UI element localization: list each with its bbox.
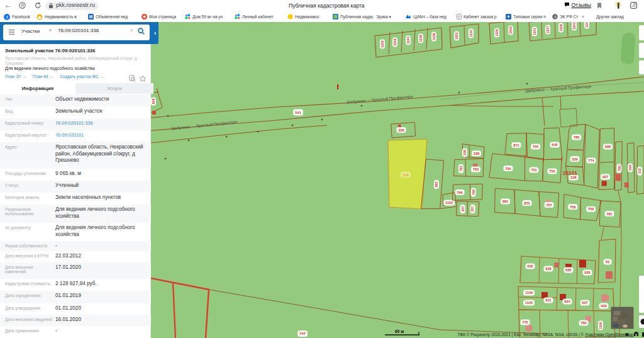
svg-text:1136: 1136 <box>432 33 436 40</box>
svg-text:357: 357 <box>470 206 474 212</box>
svg-text:1143: 1143 <box>572 22 576 29</box>
svg-text:1130: 1130 <box>469 30 473 37</box>
svg-text:Я: Я <box>21 3 24 8</box>
svg-text:763: 763 <box>473 167 479 171</box>
svg-text:1149: 1149 <box>393 38 397 45</box>
svg-text:1132: 1132 <box>445 201 453 205</box>
svg-text:338: 338 <box>474 152 480 155</box>
svg-text:1553: 1553 <box>509 26 513 34</box>
svg-text:624: 624 <box>564 300 570 303</box>
svg-text:747: 747 <box>299 332 306 335</box>
svg-text:758: 758 <box>570 205 576 209</box>
svg-text:Э: Э <box>554 15 557 19</box>
svg-text:1152: 1152 <box>455 32 458 39</box>
svg-text:116: 116 <box>402 172 409 177</box>
svg-text:780: 780 <box>618 166 621 171</box>
svg-text:357: 357 <box>461 206 465 212</box>
svg-text:628: 628 <box>545 267 552 271</box>
svg-text:60 м: 60 м <box>395 329 404 334</box>
svg-text:528: 528 <box>570 176 577 179</box>
svg-text:789: 789 <box>574 135 580 139</box>
svg-text:885: 885 <box>435 182 438 188</box>
svg-text:1138: 1138 <box>419 35 423 42</box>
svg-text:625: 625 <box>565 268 572 272</box>
svg-text:50: 50 <box>606 260 609 264</box>
svg-text:627: 627 <box>582 301 588 305</box>
svg-text:760: 760 <box>580 321 587 325</box>
svg-text:636: 636 <box>527 264 533 268</box>
svg-text:759: 759 <box>588 207 594 211</box>
svg-text:1150: 1150 <box>599 322 602 329</box>
svg-text:631: 631 <box>545 298 552 302</box>
svg-text:629: 629 <box>601 304 607 308</box>
svg-text:775: 775 <box>522 320 528 324</box>
svg-text:757: 757 <box>546 203 552 207</box>
svg-text:1144: 1144 <box>406 37 410 43</box>
svg-text:871: 871 <box>513 144 519 147</box>
svg-text:640: 640 <box>552 143 558 147</box>
svg-text:338: 338 <box>463 150 467 155</box>
svg-text:1141: 1141 <box>533 28 536 35</box>
svg-text:751: 751 <box>531 168 537 172</box>
svg-text:329: 329 <box>572 157 578 161</box>
svg-text:781: 781 <box>606 212 613 216</box>
svg-text:907: 907 <box>602 175 609 179</box>
svg-text:875: 875 <box>524 201 530 205</box>
svg-text:1146: 1146 <box>525 291 533 295</box>
svg-text:ПКК © Росреестр 2010-2021 | Es: ПКК © Росреестр 2010-2021 | Esri, TerraM… <box>458 332 634 337</box>
svg-text:818: 818 <box>152 99 155 104</box>
svg-text:1139: 1139 <box>380 40 384 47</box>
svg-text:763: 763 <box>459 166 463 172</box>
svg-text:112: 112 <box>638 168 641 174</box>
svg-text:768: 768 <box>472 189 475 195</box>
svg-text:755: 755 <box>533 145 539 149</box>
svg-text:908: 908 <box>605 145 611 149</box>
svg-text:1128: 1128 <box>559 24 563 31</box>
svg-text:774: 774 <box>588 159 594 162</box>
svg-text:319: 319 <box>628 165 632 171</box>
svg-text:20101: 20101 <box>563 171 577 176</box>
svg-text:766: 766 <box>457 191 463 194</box>
svg-text:794: 794 <box>505 167 511 171</box>
svg-text:541: 541 <box>295 111 302 115</box>
svg-text:М: М <box>89 14 92 19</box>
svg-text:1147: 1147 <box>546 26 550 33</box>
svg-text:881: 881 <box>502 200 509 203</box>
svg-text:626: 626 <box>584 271 591 274</box>
svg-text:358: 358 <box>398 128 404 132</box>
svg-text:750: 750 <box>549 169 555 173</box>
svg-text:1129: 1129 <box>495 29 499 36</box>
svg-text:1145: 1145 <box>525 301 533 305</box>
